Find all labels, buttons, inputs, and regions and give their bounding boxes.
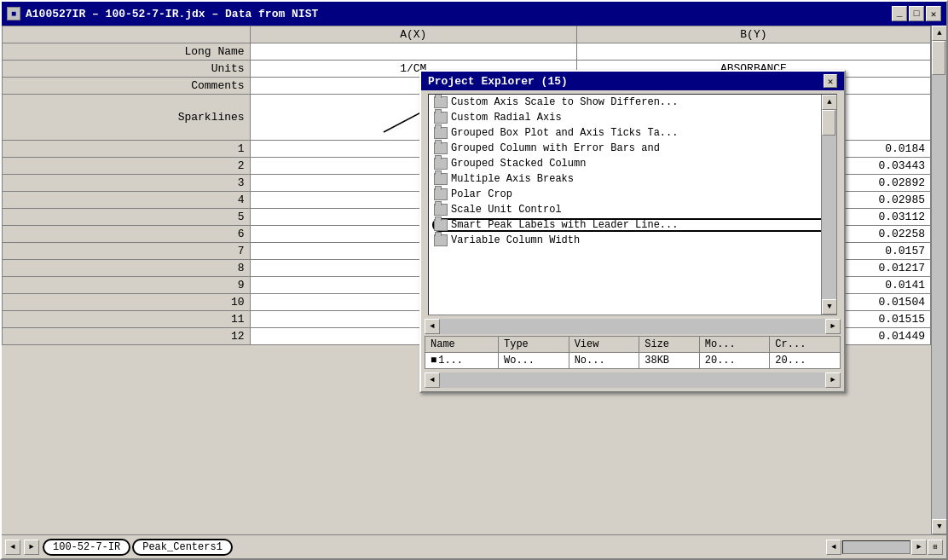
explorer-title-bar: Project Explorer (15) ✕ (421, 72, 844, 90)
explorer-hscroll-right[interactable]: ► (825, 319, 841, 334)
bottom-hscroll-track[interactable] (440, 372, 825, 388)
explorer-hscroll-track[interactable] (440, 319, 825, 334)
bottom-cell-view: No... (569, 353, 639, 369)
folder-icon (434, 127, 448, 139)
scroll-track[interactable] (932, 41, 946, 519)
row-icon: ■ (431, 355, 436, 367)
explorer-list-scrollbar[interactable]: ▲ ▼ (821, 95, 836, 315)
scroll-thumb[interactable] (932, 41, 945, 75)
tab-area: 100-52-7-IR Peak_Centers1 (43, 539, 823, 556)
explorer-list[interactable]: Custom Axis Scale to Show Differen... Cu… (428, 94, 837, 315)
bottom-cell-size: 38KB (639, 353, 699, 369)
scroll-down-btn[interactable]: ▼ (932, 519, 946, 534)
list-item[interactable]: Multiple Axis Breaks (429, 171, 836, 187)
tab-peak-centers1[interactable]: Peak_Centers1 (132, 539, 233, 556)
row-header-sparklines: Sparklines (3, 95, 251, 141)
tab-100-52-7-ir[interactable]: 100-52-7-IR (43, 539, 130, 556)
bottom-col-mo: Mo... (699, 337, 770, 353)
row-longname: Long Name (3, 43, 931, 61)
hscroll-track[interactable] (842, 540, 910, 554)
bottom-hscroll-right[interactable]: ► (825, 372, 841, 388)
folder-icon (434, 219, 448, 231)
row-num: 5 (3, 209, 251, 226)
list-item[interactable]: Custom Axis Scale to Show Differen... (429, 95, 836, 110)
folder-icon (434, 142, 448, 154)
minimize-button[interactable]: _ (892, 6, 907, 21)
row-num: 1 (3, 141, 251, 158)
item-label: Multiple Axis Breaks (451, 173, 574, 185)
bottom-col-type: Type (499, 337, 569, 353)
bottom-table-row: ■1... Wo... No... 38KB 20... 20... (425, 353, 841, 369)
folder-icon (434, 204, 448, 216)
tab-right-arrow[interactable]: ► (24, 540, 39, 555)
list-item[interactable]: Grouped Column with Error Bars and (429, 141, 836, 156)
item-label: Smart Peak Labels with Leader Line... (451, 219, 678, 231)
longname-b (576, 43, 930, 61)
col-a-header: A(X) (250, 26, 576, 43)
restore-button[interactable]: □ (909, 6, 924, 21)
bottom-cell-type: Wo... (499, 353, 569, 369)
project-explorer-panel: Project Explorer (15) ✕ Custom Axis Scal… (419, 70, 846, 393)
bottom-hscroll-left[interactable]: ◄ (425, 372, 440, 388)
app-icon: ■ (7, 7, 20, 20)
explorer-scroll-up[interactable]: ▲ (822, 95, 837, 110)
window-title: A100527IR – 100-52-7-IR.jdx – Data from … (26, 8, 318, 20)
list-item[interactable]: Grouped Stacked Column (429, 156, 836, 171)
explorer-hscroll: ◄ ► (425, 319, 841, 334)
right-scrollbar[interactable]: ▲ ▼ (931, 26, 946, 534)
bottom-table: Name Type View Size Mo... Cr... ■1... Wo… (425, 336, 841, 369)
folder-icon (434, 234, 448, 246)
scroll-up-btn[interactable]: ▲ (932, 26, 946, 41)
row-header-comments: Comments (3, 78, 251, 95)
longname-a (250, 43, 576, 61)
row-num: 11 (3, 311, 251, 328)
bottom-col-size: Size (639, 337, 699, 353)
explorer-bottom-table: Name Type View Size Mo... Cr... ■1... Wo… (425, 336, 841, 369)
explorer-title-text: Project Explorer (15) (428, 75, 568, 88)
hscroll-left-btn[interactable]: ◄ (826, 540, 841, 555)
row-num: 6 (3, 226, 251, 243)
title-bar-left: ■ A100527IR – 100-52-7-IR.jdx – Data fro… (7, 7, 318, 20)
explorer-scroll-track[interactable] (822, 110, 836, 299)
tab-left-arrow[interactable]: ◄ (5, 540, 20, 555)
explorer-scroll-thumb[interactable] (822, 110, 835, 136)
folder-icon (434, 112, 448, 124)
folder-icon (434, 173, 448, 185)
explorer-scroll-down[interactable]: ▼ (822, 299, 837, 315)
item-label: Polar Crop (451, 188, 512, 200)
explorer-list-container: Custom Axis Scale to Show Differen... Cu… (425, 94, 841, 315)
row-num: 12 (3, 328, 251, 345)
list-item-highlighted[interactable]: Smart Peak Labels with Leader Line... (429, 217, 836, 233)
bottom-cell-cr: 20... (770, 353, 841, 369)
row-header-longname: Long Name (3, 43, 251, 61)
grid-btn[interactable]: ⊞ (928, 540, 943, 555)
explorer-close-button[interactable]: ✕ (824, 74, 837, 88)
list-item[interactable]: Grouped Box Plot and Axis Ticks Ta... (429, 125, 836, 141)
item-label: Scale Unit Control (451, 204, 562, 216)
explorer-hscroll-left[interactable]: ◄ (425, 319, 440, 334)
bottom-cell-mo: 20... (699, 353, 770, 369)
row-num: 2 (3, 158, 251, 175)
folder-icon (434, 188, 448, 200)
close-button[interactable]: ✕ (926, 6, 941, 21)
row-num: 4 (3, 192, 251, 209)
list-item[interactable]: Variable Column Width (429, 233, 836, 248)
bottom-cell-name: ■1... (425, 353, 499, 369)
hscroll-right-btn[interactable]: ► (911, 540, 927, 555)
row-num: 7 (3, 243, 251, 260)
bottom-table-hscroll: ◄ ► (425, 372, 841, 388)
list-item[interactable]: Custom Radial Axis (429, 110, 836, 125)
row-num: 3 (3, 175, 251, 192)
item-label: Custom Radial Axis (451, 112, 562, 124)
bottom-col-cr: Cr... (770, 337, 841, 353)
item-label: Grouped Column with Error Bars and (451, 142, 660, 154)
bottom-col-name: Name (425, 337, 499, 353)
list-item[interactable]: Polar Crop (429, 187, 836, 202)
status-bar: ◄ ► 100-52-7-IR Peak_Centers1 ◄ ► ⊞ (2, 534, 946, 558)
col-empty-header (3, 26, 251, 43)
folder-icon (434, 96, 448, 108)
row-num: 9 (3, 277, 251, 294)
col-b-header: B(Y) (576, 26, 930, 43)
row-num: 10 (3, 294, 251, 311)
list-item[interactable]: Scale Unit Control (429, 202, 836, 217)
